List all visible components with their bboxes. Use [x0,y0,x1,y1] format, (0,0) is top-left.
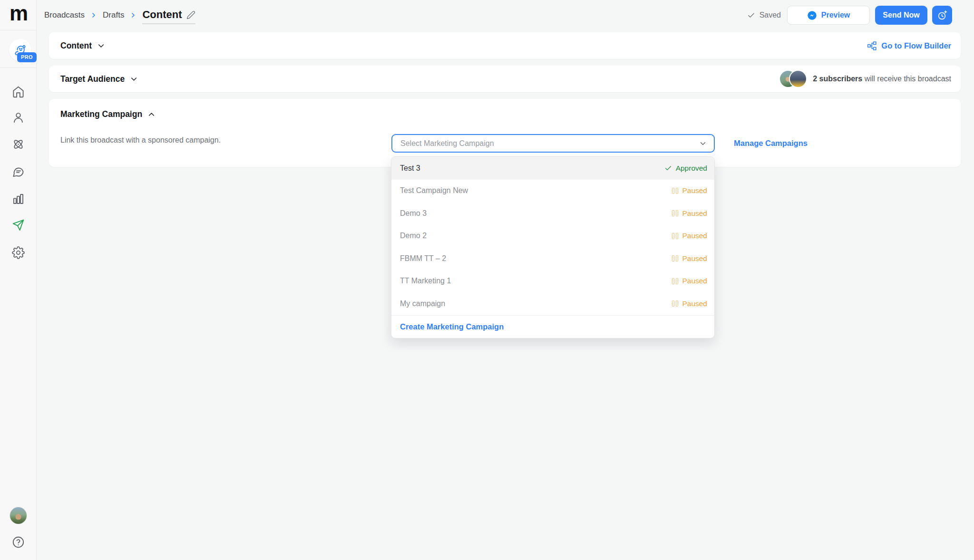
broadcast-title-editable[interactable]: Content [142,9,195,24]
saved-label: Saved [760,11,781,19]
pause-icon [672,278,679,284]
flow-builder-label: Go to Flow Builder [881,41,951,50]
status-label: Paused [682,232,707,240]
target-audience-section-title: Target Audience [60,74,125,84]
sidebar-divider [0,30,37,30]
preview-button[interactable]: Preview [787,6,870,25]
subscriber-count: 2 subscribers [813,75,862,83]
manage-campaigns-link[interactable]: Manage Campaigns [734,134,808,153]
pro-badge: PRO [17,52,37,62]
manychat-logo-icon[interactable]: m [0,0,37,28]
sidebar-item-settings[interactable] [12,246,25,259]
subscriber-summary: 2 subscribers will receive this broadcas… [780,71,951,87]
status-label: Paused [682,209,707,218]
status-badge-paused: Paused [672,277,707,285]
status-label: Paused [682,277,707,285]
check-icon [664,164,672,172]
subscriber-count-suffix: will receive this broadcast [862,75,951,83]
home-icon [12,86,25,98]
clock-plus-icon [937,10,948,21]
chevron-down-icon [699,139,707,148]
campaign-name: TT Marketing 1 [400,277,451,285]
sidebar-item-contacts[interactable] [12,111,25,124]
sidebar-item-broadcasting[interactable] [12,219,25,232]
target-audience-section-card: Target Audience 2 subscribers will recei… [49,66,961,92]
save-status: Saved [747,11,781,19]
pause-icon [672,300,679,307]
sidebar-item-automation[interactable] [12,138,25,151]
campaign-description: Link this broadcast with a sponsored cam… [60,136,221,145]
check-icon [747,11,755,19]
send-now-button[interactable]: Send Now [875,6,927,25]
status-badge-paused: Paused [672,254,707,263]
atom-icon [12,138,25,151]
gear-icon [12,246,25,259]
page-title: Content [142,9,182,21]
breadcrumb: Broadcasts Drafts Content [44,0,195,30]
paper-plane-icon [12,219,25,232]
send-now-label: Send Now [883,11,919,19]
sidebar-item-analytics[interactable] [12,193,25,205]
dropdown-item-demo-3[interactable]: Demo 3 Paused [391,202,714,225]
dropdown-item-fbmm-tt-2[interactable]: FBMM TT – 2 Paused [391,247,714,270]
person-icon [12,111,25,124]
status-label: Paused [682,254,707,263]
messenger-icon [807,10,817,20]
status-label: Paused [682,299,707,308]
sidebar-item-help[interactable] [12,536,25,549]
flow-builder-icon [867,41,877,51]
subscriber-avatars [780,71,806,87]
breadcrumb-broadcasts[interactable]: Broadcasts [44,10,85,20]
dropdown-item-demo-2[interactable]: Demo 2 Paused [391,225,714,248]
campaign-name: Test Campaign New [400,186,468,195]
header-actions: Saved Preview Send Now [747,6,952,25]
go-to-flow-builder-link[interactable]: Go to Flow Builder [867,41,951,51]
status-badge-paused: Paused [672,232,707,240]
pause-icon [672,255,679,261]
status-badge-paused: Paused [672,209,707,218]
marketing-campaign-select[interactable]: Select Marketing Campaign [391,134,715,153]
sidebar-divider [0,68,37,68]
status-label: Approved [676,164,707,173]
preview-button-label: Preview [821,11,850,19]
marketing-campaign-section-title: Marketing Campaign [60,109,142,119]
sidebar-item-home[interactable] [12,86,25,98]
campaign-name: Demo 3 [400,209,427,218]
pause-icon [672,210,679,216]
chevron-down-icon[interactable] [97,41,106,50]
status-label: Paused [682,186,707,195]
create-marketing-campaign-link[interactable]: Create Marketing Campaign [391,316,714,338]
help-question-icon [12,536,25,549]
sidebar-item-live-chat[interactable] [12,165,25,178]
dropdown-item-my-campaign[interactable]: My campaign Paused [391,292,714,315]
bar-chart-icon [12,193,25,205]
status-badge-paused: Paused [672,299,707,308]
campaign-name: FBMM TT – 2 [400,254,446,263]
chevron-up-icon[interactable] [147,110,156,119]
campaign-name: Test 3 [400,164,420,173]
pause-icon [672,233,679,239]
dropdown-item-tt-marketing-1[interactable]: TT Marketing 1 Paused [391,270,714,293]
content-section-card: Content Go to Flow Builder [49,32,961,59]
status-badge-approved: Approved [664,164,707,173]
chat-bubble-icon [12,165,25,178]
status-badge-paused: Paused [672,186,707,195]
chevron-right-icon [90,11,97,19]
subscriber-avatar [790,71,806,87]
chevron-down-icon[interactable] [129,75,138,84]
edit-pencil-icon[interactable] [186,10,195,19]
campaign-name: Demo 2 [400,232,427,240]
content-section-title: Content [60,41,92,51]
pause-icon [672,188,679,194]
campaign-dropdown-panel: Test 3 Approved Test Campaign New Paused… [391,156,715,338]
dropdown-item-test-campaign-new[interactable]: Test Campaign New Paused [391,180,714,203]
chevron-right-icon [129,11,137,19]
breadcrumb-drafts[interactable]: Drafts [103,10,124,20]
select-placeholder: Select Marketing Campaign [400,139,494,148]
dropdown-item-test-3[interactable]: Test 3 Approved [391,157,714,180]
schedule-button[interactable] [932,6,952,25]
campaign-name: My campaign [400,299,445,308]
sidebar: m PRO [0,0,37,560]
user-avatar[interactable] [10,507,27,524]
